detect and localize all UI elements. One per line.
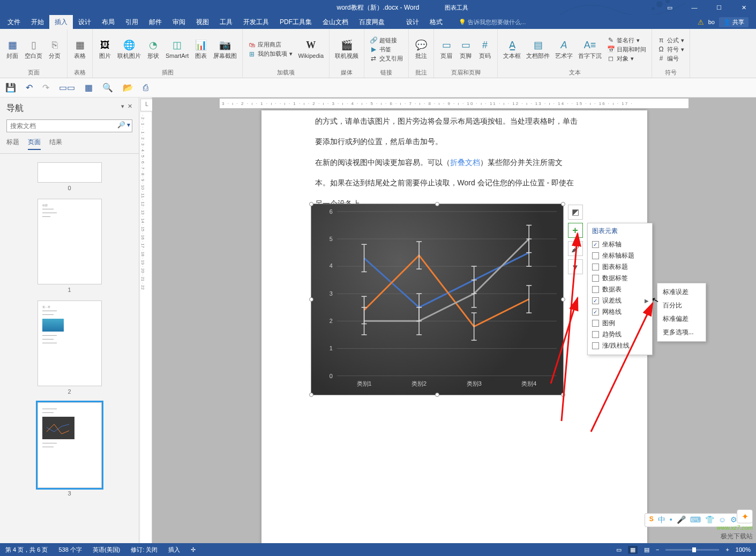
wordart-button[interactable]: A艺术字	[553, 37, 575, 61]
online-video-button[interactable]: 🎬联机视频	[333, 37, 361, 61]
table-button[interactable]: ▦表格	[71, 37, 89, 61]
menu-layout[interactable]: 布局	[96, 15, 120, 29]
status-extra[interactable]: ✢	[191, 546, 196, 553]
status-words[interactable]: 538 个字	[58, 546, 81, 554]
wikipedia-button[interactable]: WWikipedia	[296, 37, 326, 61]
menu-tools[interactable]: 工具	[214, 15, 238, 29]
sub-stddev[interactable]: 标准偏差	[657, 312, 706, 326]
checkbox-icon[interactable]	[592, 331, 599, 338]
checkbox-icon[interactable]	[592, 286, 599, 293]
handle-se[interactable]	[561, 393, 565, 397]
view-web-icon[interactable]: ▤	[644, 546, 649, 553]
chart-elements-button[interactable]: +	[568, 223, 583, 238]
smartart-button[interactable]: ◫SmartArt	[163, 37, 191, 61]
pagenum-button[interactable]: #页码	[476, 37, 494, 61]
my-addins-button[interactable]: ⊞我的加载项 ▾	[248, 50, 293, 58]
fly-item-3[interactable]: 数据标签	[592, 273, 648, 284]
page[interactable]: 的方式，请单击该图片，图片旁边将会显示布局选项按钮。当处理表格时，单击 要添加行…	[261, 110, 647, 543]
checkbox-icon[interactable]: ✓	[592, 297, 599, 304]
header-button[interactable]: ▭页眉	[437, 37, 455, 61]
checkbox-icon[interactable]	[592, 264, 599, 271]
chart-filter-button[interactable]: ▼	[568, 259, 583, 274]
fly-item-2[interactable]: 图表标题	[592, 261, 648, 273]
handle-sw[interactable]	[309, 393, 313, 397]
tell-me[interactable]: 💡 告诉我您想要做什么...	[459, 18, 526, 26]
thumb-3[interactable]: ━━━━━━━━━━━━━━━━━━━━━━━━━━━━━━━━	[38, 402, 102, 488]
shapes-button[interactable]: ◔形状	[144, 37, 162, 61]
zoom-out-icon[interactable]: −	[656, 546, 659, 553]
close-icon[interactable]: ✕	[731, 0, 756, 15]
thumb-1[interactable]: 标题━━━━━━━━━━━━━━━━━━━━━	[38, 199, 102, 284]
chart-button[interactable]: 📊图表	[192, 37, 210, 61]
zoom-in-icon[interactable]: +	[725, 546, 729, 553]
fly-item-9[interactable]: 涨/跌柱线	[592, 340, 648, 351]
status-insert[interactable]: 插入	[168, 546, 180, 554]
signature-button[interactable]: ✎签名行 ▾	[607, 36, 646, 44]
menu-view[interactable]: 视图	[191, 15, 214, 29]
nav-search-input[interactable]	[6, 119, 132, 132]
nav-tab-results[interactable]: 结果	[49, 138, 62, 150]
menu-insert[interactable]: 插入	[49, 15, 73, 29]
handle-nw[interactable]	[309, 202, 313, 206]
handle-w[interactable]	[309, 297, 313, 302]
checkbox-icon[interactable]	[592, 320, 599, 327]
checkbox-icon[interactable]: ✓	[592, 309, 599, 315]
redo-icon[interactable]: ↷	[42, 82, 49, 93]
chart-object[interactable]: 012 3456 类别1 类别2 类别3 类别4	[311, 204, 564, 395]
screenshot-button[interactable]: 📷屏幕截图	[211, 37, 239, 61]
online-picture-button[interactable]: 🌐联机图片	[115, 37, 143, 61]
zoom-slider[interactable]	[665, 549, 719, 551]
fly-item-7[interactable]: 图例	[592, 318, 648, 329]
open-icon[interactable]: 📂	[123, 82, 133, 93]
menu-file[interactable]: 文件	[2, 15, 26, 29]
fly-item-5[interactable]: ✓误差线▶	[592, 295, 648, 306]
equation-button[interactable]: π公式 ▾	[657, 36, 684, 44]
sub-more-options[interactable]: 更多选项...	[657, 326, 706, 339]
menu-pdf[interactable]: PDF工具集	[274, 15, 317, 29]
horizontal-ruler[interactable]: 3 · ı · 2 · ı · 1 · ı · · ı · 1 · ı · 2 …	[220, 99, 688, 108]
handle-e[interactable]	[561, 297, 565, 302]
menu-baidu[interactable]: 百度网盘	[354, 15, 390, 29]
handle-ne[interactable]	[561, 202, 565, 206]
nav-pin-icon[interactable]: ▾	[121, 103, 124, 110]
footer-button[interactable]: ▭页脚	[456, 37, 475, 61]
nav-tab-pages[interactable]: 页面	[28, 138, 41, 150]
fly-item-4[interactable]: 数据表	[592, 284, 648, 295]
warning-icon[interactable]: ⚠	[698, 18, 704, 26]
menu-design[interactable]: 设计	[73, 15, 96, 29]
status-lang[interactable]: 英语(美国)	[93, 546, 120, 554]
textbox-button[interactable]: A̲文本框	[501, 37, 523, 61]
store-button[interactable]: 🛍应用商店	[248, 41, 293, 49]
fly-item-1[interactable]: 坐标轴标题	[592, 250, 648, 261]
crossref-button[interactable]: ⇄交叉引用	[370, 55, 403, 63]
thumb-0[interactable]	[38, 162, 102, 183]
zoom-value[interactable]: 100%	[736, 546, 751, 553]
hyperlink-button[interactable]: 🔗超链接	[370, 36, 403, 44]
page-break-button[interactable]: ⎘分页	[46, 37, 64, 61]
menu-references[interactable]: 引用	[120, 15, 144, 29]
maximize-icon[interactable]: ☐	[707, 0, 731, 15]
user-name[interactable]: bo	[708, 19, 715, 25]
table-icon[interactable]: ▦	[85, 82, 93, 93]
handle-s[interactable]	[435, 393, 439, 397]
sub-standard-error[interactable]: 标准误差	[657, 285, 706, 299]
layout-options-icon[interactable]: ◩	[568, 205, 583, 220]
menu-home[interactable]: 开始	[26, 15, 49, 29]
number-button[interactable]: #编号	[657, 55, 684, 63]
dropcap-button[interactable]: A≡首字下沉	[576, 37, 604, 61]
checkbox-icon[interactable]	[592, 252, 599, 259]
checkbox-icon[interactable]	[592, 342, 599, 349]
datetime-button[interactable]: 📅日期和时间	[607, 46, 646, 54]
view-read-icon[interactable]: ▭	[616, 546, 622, 553]
save-icon[interactable]: 💾	[5, 82, 16, 93]
checkbox-icon[interactable]: ✓	[592, 241, 599, 248]
menu-chart-format[interactable]: 格式	[424, 15, 448, 29]
nav-close-icon[interactable]: ✕	[128, 103, 132, 110]
quickparts-button[interactable]: ▤文档部件	[524, 37, 552, 61]
handle-n[interactable]	[435, 202, 439, 206]
blank-page-button[interactable]: ▯空白页	[23, 37, 44, 61]
fly-item-8[interactable]: 趋势线	[592, 329, 648, 340]
menu-chart-design[interactable]: 设计	[401, 15, 424, 29]
fly-item-6[interactable]: ✓网格线	[592, 306, 648, 318]
symbol-button[interactable]: Ω符号 ▾	[657, 46, 684, 54]
